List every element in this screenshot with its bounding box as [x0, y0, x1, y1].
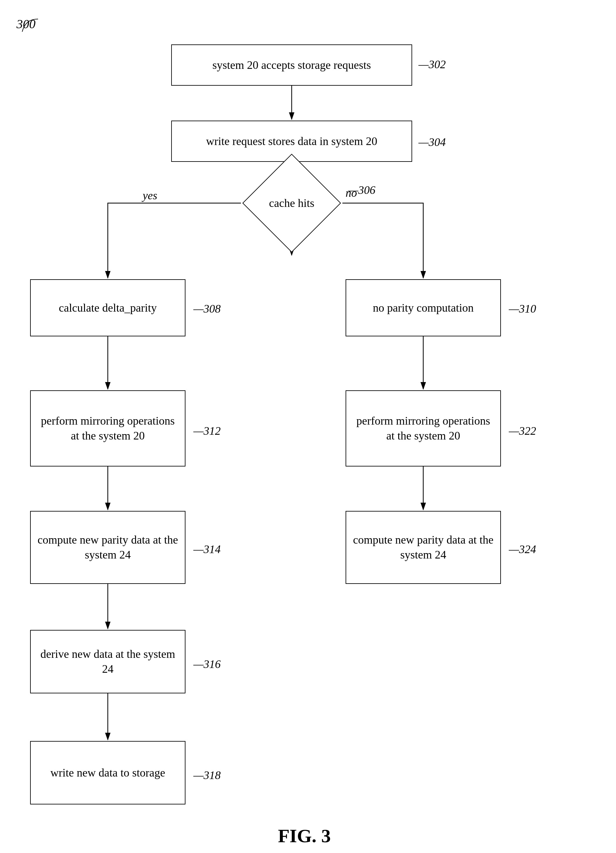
box-312: perform mirroring operations at the syst… — [30, 390, 185, 466]
ref-316: —316 — [194, 657, 221, 671]
box-322: perform mirroring operations at the syst… — [345, 390, 501, 466]
ref-324: —324 — [509, 543, 536, 556]
ref-304: —304 — [418, 135, 446, 149]
ref-314: —314 — [194, 543, 221, 556]
box-318: write new data to storage — [30, 741, 185, 804]
ref-arrow-300 — [16, 16, 54, 41]
figure-label: FIG. 3 — [241, 825, 368, 847]
diamond-306: cache hits — [241, 152, 342, 254]
ref-322: —322 — [509, 424, 536, 438]
box-310: no parity computation — [345, 279, 501, 336]
box-324: compute new parity data at the system 24 — [345, 511, 501, 584]
ref-302: —302 — [418, 58, 446, 71]
ref-312: —312 — [194, 424, 221, 438]
ref-308: —308 — [194, 302, 221, 316]
box-314: compute new parity data at the system 24 — [30, 511, 185, 584]
ref-318: —318 — [194, 769, 221, 782]
box-308: calculate delta_parity — [30, 279, 185, 336]
flowchart-diagram: 300 yes no — [0, 0, 616, 853]
box-316: derive new data at the system 24 — [30, 630, 185, 694]
ref-306: —306 — [348, 184, 375, 197]
box-302: system 20 accepts storage requests — [171, 44, 412, 86]
svg-text:yes: yes — [142, 189, 157, 202]
ref-310: —310 — [509, 302, 536, 316]
